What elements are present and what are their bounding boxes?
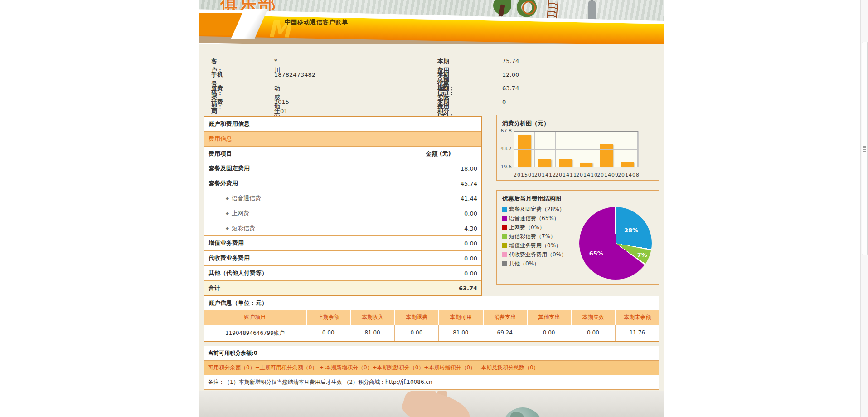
fee-item-name: 其他（代他人付费等） <box>204 266 395 280</box>
legend-label: 其他（0%） <box>509 260 539 268</box>
gridline <box>514 149 638 150</box>
account-col-header: 本期收入 <box>350 310 394 325</box>
points-section: 当前可用积分余额:0 可用积分余额（0）=上期可用积分余额（0） + 本期新增积… <box>204 346 659 390</box>
legend-label: 短信彩信费（7%） <box>509 233 556 240</box>
account-cell: 11.76 <box>615 325 659 341</box>
legend-label: 增值业务费用（0%） <box>509 242 561 250</box>
legend-swatch-icon <box>502 261 507 266</box>
fee-item-text: 短彩信费 <box>232 224 255 232</box>
account-cell: 0.00 <box>527 325 571 341</box>
account-cell: 81.00 <box>438 325 482 341</box>
person-figure-right <box>588 1 596 20</box>
legend-item: 套餐及固定费（28%） <box>502 205 567 214</box>
fee-item-col-header: 费用项目 <box>204 147 395 161</box>
bar-chart-plot <box>514 131 639 167</box>
bar <box>518 135 531 167</box>
account-table-body: 11904894646799账户0.0081.000.0081.0069.240… <box>204 325 659 341</box>
fee-item-amount: 41.44 <box>395 191 481 206</box>
legend-item: 上网费（0%） <box>502 223 567 232</box>
fee-subsection-title: 费用信息 <box>204 132 237 146</box>
fee-item-amount: 0.00 <box>395 206 481 221</box>
account-cell: 0.00 <box>394 325 438 341</box>
account-col-header: 本期可用 <box>438 310 482 325</box>
fee-row: ◆短彩信费4.30 <box>204 221 481 235</box>
ladder-shape <box>547 0 558 20</box>
account-cell: 0.00 <box>571 325 615 341</box>
bar <box>538 159 551 167</box>
account-cell: 0.00 <box>306 325 350 341</box>
account-cell: 11904894646799账户 <box>204 325 306 341</box>
fee-total-row: 合计 63.74 <box>204 280 481 295</box>
banner-title: 中国移动通信客户账单 <box>285 18 348 26</box>
legend-swatch-icon <box>502 234 507 239</box>
y-axis-tick-label: 67.8 <box>497 128 512 134</box>
account-cell: 81.00 <box>350 325 394 341</box>
account-col-header: 消费支出 <box>483 310 527 325</box>
x-axis-tick-label: 201410 <box>576 172 597 178</box>
fee-item-name: 套餐外费用 <box>204 176 395 191</box>
globe-shape <box>502 407 543 417</box>
phone-value: 18782473482 <box>274 70 315 79</box>
bar-chart-title: 消费分析图（元） <box>502 119 549 128</box>
bar <box>559 159 572 167</box>
fee-row: 增值业务费用0.00 <box>204 235 481 250</box>
legend-label: 语音通信费（65%） <box>509 215 559 222</box>
scrollbar-grip-icon <box>863 146 866 153</box>
fee-row: 套餐外费用45.74 <box>204 176 481 191</box>
consumption-chart-panel: 消费分析图（元） 67.843.719.62015012014122014112… <box>496 115 659 181</box>
legend-item: 增值业务费用（0%） <box>502 241 567 250</box>
legend-swatch-icon <box>502 252 507 257</box>
discount-value: 12.00 <box>502 70 519 79</box>
fee-item-amount: 18.00 <box>395 161 481 176</box>
fee-item-name: ◆短彩信费 <box>204 221 395 235</box>
account-table-title: 账户信息（单位：元） <box>204 296 659 310</box>
diamond-bullet-icon: ◆ <box>226 211 229 216</box>
fee-item-text: 语音通信费 <box>232 194 261 202</box>
points-remark-line: 备注：（1）本期新增积分仅当您结清本月费用后才生效 （2）积分商城：http:/… <box>204 375 659 389</box>
fee-item-name: ◆语音通信费 <box>204 191 395 206</box>
pie-slice-label: 7% <box>637 251 647 258</box>
account-col-header: 本期失效 <box>571 310 615 325</box>
fee-section-header: 账户和费用信息 <box>204 117 481 131</box>
x-axis-tick-label: 201412 <box>534 172 555 178</box>
x-axis-tick-label: 201408 <box>618 172 639 178</box>
account-table-header-row: 账户项目上期余额本期收入本期退费本期可用消费支出其他支出本期失效本期末余额 <box>204 310 659 325</box>
y-axis-tick-label: 19.6 <box>497 164 512 170</box>
hand-shape <box>399 391 474 417</box>
legend-label: 套餐及固定费（28%） <box>509 206 565 213</box>
legend-swatch-icon <box>502 225 507 230</box>
account-col-header: 其他支出 <box>527 310 571 325</box>
fee-item-amount: 4.30 <box>395 221 481 235</box>
legend-label: 上网费（0%） <box>509 224 545 231</box>
account-table-row: 11904894646799账户0.0081.000.0081.0069.240… <box>204 325 659 341</box>
fee-item-name: 代收费业务费用 <box>204 251 395 265</box>
fee-item-amount: 0.00 <box>395 251 481 265</box>
account-col-header: 上期余额 <box>306 310 350 325</box>
bar <box>621 162 634 167</box>
fee-column-header-row: 费用项目 金额 (元) <box>204 146 481 161</box>
legend-swatch-icon <box>502 243 507 248</box>
account-col-header: 本期末余额 <box>615 310 659 325</box>
scrollbar-thumb[interactable] <box>862 42 868 255</box>
account-cell: 69.24 <box>483 325 527 341</box>
account-col-header: 账户项目 <box>204 310 306 325</box>
fee-item-name: ◆上网费 <box>204 206 395 221</box>
fee-item-name: 套餐及固定费用 <box>204 161 395 176</box>
fee-item-amount: 45.74 <box>395 176 481 191</box>
fee-row: 代收费业务费用0.00 <box>204 250 481 265</box>
fee-structure-panel: 优惠后当月费用结构图 套餐及固定费（28%）语音通信费（65%）上网费（0%）短… <box>496 190 659 285</box>
fee-item-amount: 0.00 <box>395 236 481 250</box>
account-col-header: 本期退费 <box>394 310 438 325</box>
total-fee-value: 75.74 <box>502 57 519 66</box>
diamond-bullet-icon: ◆ <box>226 226 229 231</box>
account-table: 账户信息（单位：元） 账户项目上期余额本期收入本期退费本期可用消费支出其他支出本… <box>204 296 659 342</box>
fee-row: 其他（代他人付费等）0.00 <box>204 265 481 280</box>
pie-slice-label: 65% <box>589 250 603 256</box>
fee-table: 账户和费用信息 费用信息 费用项目 金额 (元) 套餐及固定费用18.00套餐外… <box>204 116 482 296</box>
legend-item: 语音通信费（65%） <box>502 214 567 223</box>
bill-page: 俱乐部 M 中国移动通信客户账单 客 户： *川 本期费用总额(元)： 75.7… <box>0 0 868 417</box>
vertical-scrollbar[interactable] <box>860 0 868 417</box>
points-value: 0 <box>502 98 506 107</box>
bar <box>600 144 613 167</box>
pie-chart: 28%7%65% <box>579 207 652 280</box>
